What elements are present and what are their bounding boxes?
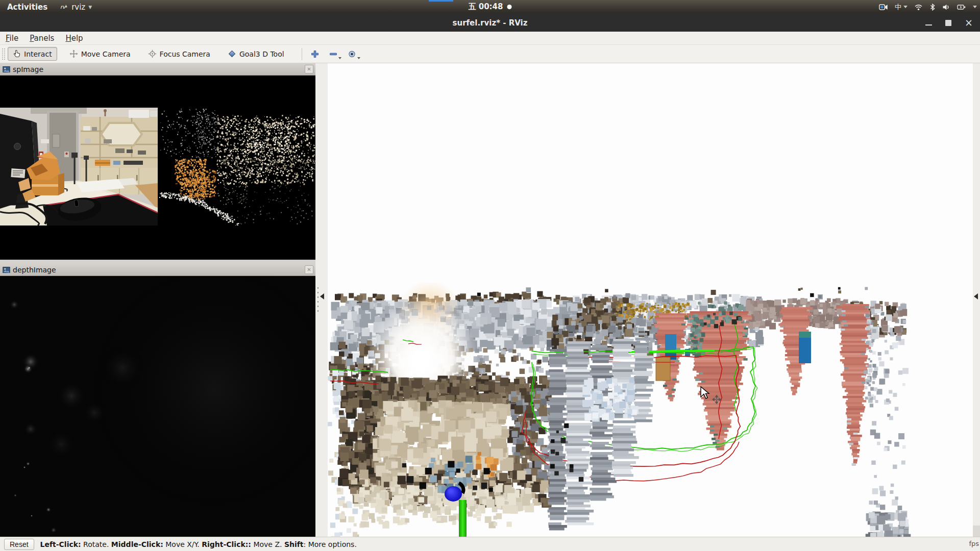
add-tool-button[interactable] [307, 48, 323, 60]
app-menu-rviz[interactable]: rv rviz ▼ [55, 3, 97, 12]
tool-label: Move Camera [81, 50, 131, 58]
window-title-bar[interactable]: surfel.rviz* - RViz × [0, 14, 980, 32]
svg-text:rv: rv [60, 4, 66, 10]
camera-rgb-image [0, 108, 158, 226]
focus-camera-icon [148, 49, 157, 58]
camera-surfel-image [159, 108, 315, 226]
depth-image [0, 276, 315, 537]
media-indicator-dot [507, 5, 511, 9]
wifi-icon[interactable] [914, 3, 923, 11]
panel-splitter[interactable] [0, 260, 315, 264]
reset-button[interactable]: Reset [4, 539, 34, 550]
tool-label: Interact [24, 50, 52, 58]
surfel-scene-canvas[interactable] [328, 63, 973, 537]
plus-icon [311, 50, 319, 58]
splitter-end-block [973, 525, 980, 537]
remove-tool-button[interactable] [326, 48, 341, 60]
rviz-app-icon: rv [60, 3, 68, 11]
minus-icon [329, 50, 337, 58]
move-camera-icon [69, 49, 78, 58]
chevron-down-icon[interactable] [973, 6, 977, 8]
collapse-right-icon[interactable] [974, 293, 978, 299]
screen: Activities rv rviz ▼ 五 00:48 中 [0, 0, 980, 551]
input-method-label: 中 [895, 3, 901, 12]
chevron-down-icon [903, 6, 908, 8]
spimage-panel-body [0, 76, 315, 260]
clock[interactable]: 五 00:48 [469, 0, 512, 14]
panel-close-button[interactable]: ✕ [305, 265, 313, 274]
chevron-down-icon: ▼ [88, 5, 92, 10]
panel-header-depthimage[interactable]: depthImage ✕ [0, 264, 315, 276]
top-accent-strip [429, 0, 453, 2]
gnome-top-bar: Activities rv rviz ▼ 五 00:48 中 [0, 0, 980, 14]
mouse-cursor [700, 386, 722, 407]
tool-label: Focus Camera [160, 50, 210, 58]
interact-hand-icon [13, 49, 21, 58]
activities-button[interactable]: Activities [0, 3, 55, 12]
rviz-toolbar: Interact Move Camera Focus Camera [0, 45, 980, 63]
menu-file[interactable]: File [0, 34, 24, 43]
bluetooth-icon[interactable] [929, 3, 936, 11]
tool-label: Goal3 D Tool [239, 50, 284, 58]
eye-icon [348, 50, 356, 58]
depthimage-panel-body [0, 276, 315, 537]
splitter-handle[interactable] [316, 286, 320, 314]
app-menu-label: rviz [71, 3, 85, 12]
left-splitter[interactable] [315, 63, 328, 537]
minimize-button[interactable] [925, 24, 932, 26]
tool-focus-camera[interactable]: Focus Camera [143, 47, 215, 61]
volume-icon[interactable] [942, 3, 950, 11]
menu-panels[interactable]: Panels [24, 34, 60, 43]
fps-counter: fps [969, 540, 979, 547]
menu-bar: File Panels Help [0, 32, 980, 45]
close-button[interactable]: × [965, 18, 973, 28]
3d-viewport[interactable] [328, 63, 973, 537]
move-cursor-icon [713, 395, 721, 404]
tool-interact[interactable]: Interact [8, 47, 57, 61]
panel-title: spImage [13, 65, 43, 73]
right-splitter[interactable] [973, 63, 980, 537]
panel-header-spimage[interactable]: spImage ✕ [0, 63, 315, 76]
toolbar-separator [302, 48, 302, 60]
maximize-button[interactable] [945, 20, 951, 26]
chevron-down-icon [338, 57, 341, 59]
tool-properties-button[interactable] [344, 48, 360, 60]
input-method-indicator[interactable]: 中 [895, 3, 908, 12]
collapse-left-icon[interactable] [320, 293, 324, 299]
screen-record-icon[interactable] [879, 3, 888, 11]
panel-title: depthImage [13, 266, 56, 274]
system-tray[interactable]: 中 [879, 0, 977, 14]
tool-move-camera[interactable]: Move Camera [64, 47, 136, 61]
image-icon [3, 266, 10, 273]
battery-charging-icon[interactable] [957, 3, 966, 11]
goal-diamond-icon [228, 49, 236, 58]
status-help-text: Left-Click: Rotate. Middle-Click: Move X… [40, 540, 357, 548]
chevron-down-icon [357, 57, 360, 59]
panel-close-button[interactable]: ✕ [305, 65, 313, 73]
menu-help[interactable]: Help [60, 34, 88, 43]
toolbar-grip[interactable] [2, 48, 6, 60]
status-bar: Reset Left-Click: Rotate. Middle-Click: … [0, 537, 980, 551]
tool-goal-3d[interactable]: Goal3 D Tool [223, 47, 289, 61]
image-icon [3, 66, 10, 73]
clock-label: 五 00:48 [469, 2, 503, 12]
window-title: surfel.rviz* - RViz [0, 14, 980, 32]
